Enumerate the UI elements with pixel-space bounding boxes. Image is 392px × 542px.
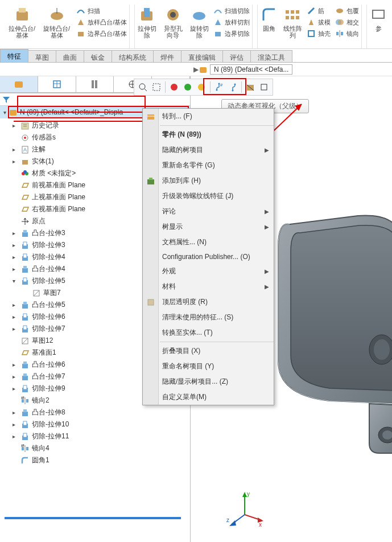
tree-caret-icon[interactable]: ▸ <box>13 409 18 416</box>
rib-button[interactable]: 筋 <box>306 6 325 16</box>
loft-button[interactable]: 放样凸台/基体 <box>75 17 128 27</box>
tab-evaluate[interactable]: 评估 <box>222 50 251 62</box>
rollback-bar[interactable] <box>5 517 181 519</box>
pattern-button[interactable]: 线性阵列 <box>280 5 304 40</box>
tree-caret-icon[interactable]: ▸ <box>13 302 18 308</box>
zoom-fit-button[interactable] <box>137 81 149 93</box>
ctx-item[interactable]: 隐藏/显示树项目... (Z) <box>143 374 274 389</box>
hole-wizard-button[interactable]: 异型孔向导 <box>159 5 187 40</box>
ctx-item[interactable]: 转换至实体... (T) <box>143 325 274 340</box>
panel-tab-feature-tree[interactable] <box>0 76 38 92</box>
view-settings-button[interactable] <box>258 81 270 93</box>
tree-root-label: N (89) (Default< <Default>_Displa <box>20 108 123 116</box>
tree-caret-icon[interactable]: ▸ <box>13 362 18 368</box>
breadcrumb-text[interactable]: N (89) (Default< <Defa... <box>210 64 292 75</box>
tree-caret-icon[interactable]: ▸ <box>13 254 18 260</box>
plane-icon <box>20 348 30 358</box>
ctx-item[interactable]: 自定义菜单(M) <box>143 389 274 405</box>
dynamic-ref-child-button[interactable] <box>226 81 239 93</box>
loft-cut-button[interactable]: 放样切割 <box>212 17 251 27</box>
ctx-item[interactable]: 升级装饰螺纹线特征 (J) <box>143 188 274 204</box>
tree-caret-icon[interactable]: ▸ <box>13 230 18 236</box>
mirror-button[interactable]: 镜向 <box>334 28 360 39</box>
command-tabs: 特征 草图 曲面 钣金 结构系统 焊件 直接编辑 评估 渲染工具 <box>0 49 392 63</box>
ctx-item[interactable]: 清理未使用的特征... (S) <box>143 310 274 325</box>
ctx-item[interactable]: 顶层透明度 (R) <box>143 294 274 310</box>
sweep-button[interactable]: 扫描 <box>75 6 101 16</box>
tree-item[interactable]: ▸切除-拉伸10 <box>0 418 190 430</box>
tree-item[interactable]: 圆角1 <box>0 454 190 466</box>
boundary-button[interactable]: 边界凸台/基体 <box>75 28 128 39</box>
intersect-button[interactable]: 相交 <box>334 17 360 27</box>
tree-caret-icon[interactable]: ▸ <box>13 421 18 428</box>
refgeom-button[interactable]: 参 <box>367 5 390 33</box>
tree-item-label: 切除-拉伸9 <box>32 384 65 393</box>
sweep-cut-button[interactable]: 扫描切除 <box>212 6 251 16</box>
tree-caret-icon[interactable]: ▸ <box>13 122 18 129</box>
tab-surfaces[interactable]: 曲面 <box>56 50 84 62</box>
intersect-label: 相交 <box>346 18 359 27</box>
tree-caret-icon[interactable]: ▸ <box>13 266 18 272</box>
ctx-heading: 零件 (N (89)) <box>143 127 274 142</box>
tree-caret-icon[interactable]: ▸ <box>13 385 18 392</box>
wrap-button[interactable]: 包覆 <box>334 6 360 16</box>
ctx-goto[interactable]: 转到... (F) <box>143 109 274 124</box>
svg-point-76 <box>139 84 145 89</box>
ctx-item-label: 重命名树项目 (Y) <box>162 362 214 371</box>
ctx-item[interactable]: 隐藏的树项目▶ <box>143 142 274 158</box>
tree-caret-icon[interactable]: ▸ <box>13 146 18 153</box>
tab-features[interactable]: 特征 <box>0 49 28 62</box>
tree-item[interactable]: ▸切除-拉伸11 <box>0 430 190 442</box>
tree-caret-icon[interactable]: ▸ <box>13 242 18 248</box>
shell-button[interactable]: 抽壳 <box>306 28 332 39</box>
svg-point-8 <box>193 12 205 20</box>
section-view-button[interactable] <box>244 81 257 93</box>
extrude-cut-button[interactable]: 拉伸切除 <box>135 5 159 40</box>
tree-item[interactable]: ⇄镜向4 <box>0 442 190 454</box>
revolve-boss-button[interactable]: 旋转凸台/基体 <box>39 5 74 40</box>
tree-caret-icon[interactable]: ▸ <box>13 158 18 165</box>
ctx-item[interactable]: 外观▶ <box>143 264 274 279</box>
tab-sheetmetal[interactable]: 钣金 <box>84 50 112 62</box>
draft-button[interactable]: 拔模 <box>306 17 332 27</box>
wrap-icon <box>335 6 344 15</box>
fillet-button[interactable]: 圆角 <box>258 5 280 33</box>
svg-rect-74 <box>26 447 28 450</box>
appearance-button[interactable] <box>168 81 180 93</box>
ctx-item[interactable]: 重命名树项目 (Y) <box>143 359 274 374</box>
funnel-icon[interactable] <box>2 96 10 104</box>
tree-caret-icon[interactable]: ▸ <box>13 314 18 320</box>
ctx-item[interactable]: 评论▶ <box>143 204 274 219</box>
tab-directedit[interactable]: 直接编辑 <box>181 50 223 62</box>
revolve-cut-button[interactable]: 旋转切除 <box>187 5 211 40</box>
ctx-item[interactable]: 材料▶ <box>143 279 274 294</box>
dynamic-ref-parent-button[interactable]: ₽ <box>213 81 225 93</box>
tree-caret-icon[interactable]: ▸ <box>13 373 18 380</box>
tree-item-label: 原点 <box>32 216 46 226</box>
ctx-item[interactable]: 树显示▶ <box>143 219 274 235</box>
tree-item[interactable]: ▸凸台-拉伸8 <box>0 406 190 418</box>
tree-caret-icon[interactable]: ▸ <box>13 433 18 440</box>
ctx-item[interactable]: 重新命名零件 (G) <box>143 158 274 173</box>
boundary-cut-button[interactable]: 边界切除 <box>212 28 251 39</box>
ctx-item[interactable]: 文档属性... (N) <box>143 235 274 250</box>
context-menu: 转到... (F) 零件 (N (89)) 隐藏的树项目▶重新命名零件 (G)添… <box>142 108 274 405</box>
tab-render[interactable]: 渲染工具 <box>250 50 292 62</box>
ctx-item[interactable]: Configuration Publisher... (O) <box>143 250 274 264</box>
tab-structure[interactable]: 结构系统 <box>112 50 154 62</box>
extrude-boss-button[interactable]: 拉伸凸台/基体 <box>5 5 39 40</box>
ctx-item[interactable]: 折叠项目 (X) <box>143 343 274 359</box>
tree-caret-icon[interactable]: ▾ <box>13 278 18 284</box>
scene-button[interactable] <box>181 81 194 93</box>
tab-sketch[interactable]: 草图 <box>28 50 56 62</box>
panel-tab-property[interactable] <box>38 76 76 92</box>
tree-item-label: 凸台-拉伸6 <box>32 360 65 369</box>
zoom-area-button[interactable] <box>150 81 163 93</box>
ctx-item[interactable]: 添加到库 (H) <box>143 173 274 188</box>
tree-caret-icon[interactable]: ▸ <box>13 326 18 332</box>
svg-rect-9 <box>215 32 221 36</box>
panel-tab-config[interactable] <box>76 76 114 92</box>
view-triad[interactable]: y x z <box>225 489 265 531</box>
display-state-button[interactable] <box>195 81 208 93</box>
tab-weldments[interactable]: 焊件 <box>153 50 181 62</box>
